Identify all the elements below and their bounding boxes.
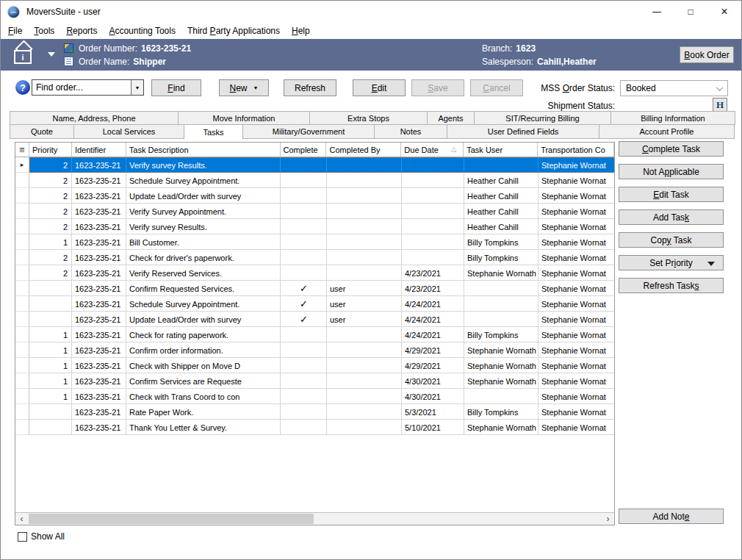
tab-billing-information[interactable]: Billing Information (610, 111, 735, 125)
cell-task-user[interactable] (464, 157, 539, 173)
minimize-button[interactable]: — (640, 1, 674, 23)
cell-identifier[interactable]: 1623-235-21 (72, 265, 126, 281)
cell-transportation[interactable]: Stephanie Wornat (539, 327, 615, 342)
cell-completed-by[interactable] (327, 173, 402, 188)
cell-complete[interactable]: ✓ (281, 296, 327, 312)
cell-priority[interactable]: 2 (29, 250, 72, 265)
cell-completed-by[interactable] (327, 234, 402, 250)
tab-sit-recurring-billing[interactable]: SIT/Recurring Billing (474, 111, 611, 125)
cell-identifier[interactable]: 1623-235-21 (72, 404, 126, 420)
cell-identifier[interactable]: 1623-235-21 (72, 204, 126, 219)
cell-identifier[interactable]: 1623-235-21 (72, 234, 126, 250)
cell-transportation[interactable]: Stephanie Wornat (539, 250, 615, 265)
cell-description[interactable]: Verify survey Results. (126, 157, 281, 173)
save-button[interactable]: Save (411, 79, 464, 96)
tab-tasks[interactable]: Tasks (184, 124, 243, 140)
cell-description[interactable]: Update Lead/Order with survey (126, 188, 281, 204)
column-header-transportation-co[interactable]: Transportation Co (538, 143, 614, 157)
cell-priority[interactable]: 2 (29, 204, 72, 219)
cell-priority[interactable]: 1 (29, 358, 72, 373)
cell-due-date[interactable]: 5/10/2021 (402, 420, 464, 435)
row-pointer-icon[interactable]: ▸ (15, 157, 29, 173)
cell-transportation[interactable]: Stephanie Wornat (539, 373, 615, 389)
cell-description[interactable]: Rate Paper Work. (126, 404, 281, 420)
row-selector[interactable] (15, 204, 29, 219)
cell-identifier[interactable]: 1623-235-21 (72, 312, 126, 327)
cell-task-user[interactable] (464, 312, 539, 327)
not-applicable-button[interactable]: Not Applicable (619, 164, 724, 179)
cell-complete[interactable] (281, 204, 327, 219)
cell-description[interactable]: Confirm Services are Requeste (126, 373, 281, 389)
cell-complete[interactable] (281, 327, 327, 342)
table-row[interactable]: 21623-235-21Schedule Survey Appointment.… (15, 173, 614, 188)
column-header-task-description[interactable]: Task Description (126, 143, 281, 157)
scrollbar-thumb[interactable] (29, 514, 314, 524)
cell-identifier[interactable]: 1623-235-21 (72, 250, 126, 265)
tab-extra-stops[interactable]: Extra Stops (309, 111, 428, 125)
table-row[interactable]: 21623-235-21Verify Reserved Services.4/2… (15, 265, 614, 281)
cell-transportation[interactable]: Stephanie Wornat (539, 420, 615, 435)
horizontal-scrollbar[interactable]: ‹ › (15, 512, 614, 525)
row-selector[interactable] (15, 404, 29, 420)
cell-due-date[interactable] (402, 188, 464, 204)
cell-complete[interactable] (281, 173, 327, 188)
cell-task-user[interactable]: Stephanie Wornath (464, 373, 539, 389)
cell-completed-by[interactable] (327, 420, 402, 435)
cell-priority[interactable] (29, 281, 72, 296)
cell-complete[interactable] (281, 420, 327, 435)
table-row[interactable]: 1623-235-21Confirm Requested Services.✓u… (15, 281, 614, 296)
row-selector[interactable] (15, 281, 29, 296)
row-selector[interactable] (15, 188, 29, 204)
cell-description[interactable]: Verify survey Results. (126, 219, 281, 234)
tab-agents[interactable]: Agents (427, 111, 475, 125)
cell-due-date[interactable]: 4/30/2021 (402, 373, 464, 389)
cell-transportation[interactable]: Stephanie Wornat (539, 219, 615, 234)
cell-priority[interactable] (29, 420, 72, 435)
cell-identifier[interactable]: 1623-235-21 (72, 373, 126, 389)
cell-due-date[interactable] (402, 250, 464, 265)
cell-description[interactable]: Verify Survey Appointment. (126, 204, 281, 219)
cell-due-date[interactable]: 4/24/2021 (402, 312, 464, 327)
cell-complete[interactable] (281, 358, 327, 373)
row-selector[interactable] (15, 250, 29, 265)
cell-transportation[interactable]: Stephanie Wornat (539, 281, 615, 296)
cell-due-date[interactable]: 4/29/2021 (402, 342, 464, 358)
edit-task-button[interactable]: Edit Task (619, 187, 724, 202)
cell-transportation[interactable]: Stephanie Wornat (539, 234, 615, 250)
cell-complete[interactable] (281, 404, 327, 420)
cell-transportation[interactable]: Stephanie Wornat (539, 404, 615, 420)
table-row[interactable]: 11623-235-21Check with Shipper on Move D… (15, 358, 614, 373)
column-chooser-icon[interactable]: ≣ (15, 143, 29, 157)
close-button[interactable]: × (707, 1, 741, 23)
cell-priority[interactable]: 1 (29, 327, 72, 342)
find-order-combobox[interactable]: Find order... ▼ (32, 79, 144, 96)
table-row[interactable]: 11623-235-21Confirm order information.4/… (15, 342, 614, 358)
cell-transportation[interactable]: Stephanie Wornat (539, 389, 615, 404)
cell-transportation[interactable]: Stephanie Wornat (539, 173, 615, 188)
tab-notes[interactable]: Notes (374, 124, 447, 139)
find-button[interactable]: Find (151, 79, 201, 96)
scroll-left-icon[interactable]: ‹ (15, 513, 28, 525)
cell-completed-by[interactable]: user (327, 296, 402, 312)
edit-button[interactable]: Edit (353, 79, 406, 96)
table-row[interactable]: 21623-235-21Verify survey Results.Heathe… (15, 219, 614, 234)
cell-complete[interactable] (281, 265, 327, 281)
menu-file[interactable]: File (2, 24, 28, 38)
cell-completed-by[interactable] (327, 373, 402, 389)
row-selector[interactable] (15, 312, 29, 327)
cell-transportation[interactable]: Stephanie Wornat (539, 157, 615, 173)
table-row[interactable]: 21623-235-21Update Lead/Order with surve… (15, 188, 614, 204)
table-row[interactable]: 21623-235-21Verify Survey Appointment.He… (15, 204, 614, 219)
shipment-status-history-button[interactable]: H (713, 98, 727, 112)
table-row[interactable]: 1623-235-21Thank You Letter & Survey.5/1… (15, 420, 614, 435)
row-selector[interactable] (15, 327, 29, 342)
cell-priority[interactable] (29, 404, 72, 420)
cell-due-date[interactable] (402, 234, 464, 250)
cell-task-user[interactable]: Stephanie Wornath (464, 342, 539, 358)
complete-task-button[interactable]: Complete Task (619, 141, 724, 157)
cell-due-date[interactable]: 5/3/2021 (402, 404, 464, 420)
cell-identifier[interactable]: 1623-235-21 (72, 173, 126, 188)
find-order-dropdown-icon[interactable]: ▼ (131, 80, 143, 95)
tab-account-profile[interactable]: Account Profile (599, 124, 735, 139)
cell-priority[interactable]: 1 (29, 373, 72, 389)
